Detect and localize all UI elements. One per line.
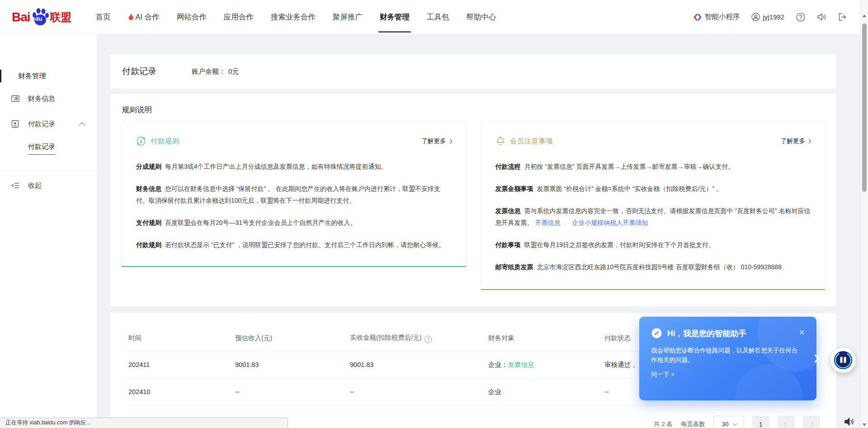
payment-rules-title: 付款规则 (151, 137, 179, 146)
compass-icon (651, 328, 662, 339)
chevron-left-icon (783, 422, 788, 427)
nav-item-help-center[interactable]: 帮助中心 (458, 0, 505, 34)
coin-icon (136, 136, 146, 146)
assistant-robot-button[interactable] (830, 347, 856, 373)
chevron-right-icon (448, 139, 452, 143)
top-navigation: Bai du 联盟 首页 AI 合作 网站合作 应用合作 搜索业务合作 聚屏推广… (0, 0, 868, 34)
bell-icon (495, 136, 505, 146)
help-circle-icon[interactable] (796, 13, 805, 22)
rule-paragraph: 分成规则每月第3或4个工作日产出上月分成信息及发票信息，如有特殊情况将提前通知。 (136, 161, 452, 172)
sidebar-group-finance[interactable]: 财务管理 (0, 66, 97, 86)
col-finance-entity: 财务对象 (486, 326, 603, 351)
total-count: 共 2 条 (654, 420, 673, 428)
sidebar-divider (0, 170, 97, 171)
col-time: 时间 (127, 326, 233, 351)
nav-item-toolkit[interactable]: 工具包 (418, 0, 458, 34)
baidu-union-logo[interactable]: Bai du 联盟 (12, 8, 72, 27)
logo-text-union: 联盟 (50, 10, 72, 24)
rule-paragraph: 发票金额事项发票票面 “价税合计” 金额=系统中 “实收金额（扣除税费后/元）”… (495, 183, 811, 195)
sidebar-subitem-payment-records[interactable]: 付款记录 (0, 137, 97, 160)
scrollbar-thumb[interactable] (862, 24, 867, 192)
chevron-up-icon (79, 122, 85, 128)
member-notice-card: 会员注意事项 了解更多 付款流程月初按 “发票信息” 页面开具发票→上传发票→邮… (481, 122, 826, 290)
finance-info-icon (11, 94, 21, 103)
collapse-icon (11, 182, 21, 189)
cell-entity: 企业 (486, 378, 603, 405)
close-icon[interactable]: ✕ (799, 328, 805, 337)
chevron-right-icon (807, 139, 811, 143)
nav-menu: 首页 AI 合作 网站合作 应用合作 搜索业务合作 聚屏推广 财务管理 工具包 … (87, 0, 505, 34)
assistant-popup: Hi，我是您的智能助手 ✕ 我会帮助您诊断合作链路问题，以及解答您关于任何合作相… (639, 317, 816, 400)
account-balance: 账户余额：0元 (192, 67, 239, 76)
rule-paragraph: 支付规则百度联盟会在每月20号—31号支付企业会员上个自然月产生的收入。 (136, 217, 452, 228)
flame-icon (128, 14, 134, 21)
per-page-select[interactable]: 30 (713, 416, 744, 428)
ask-now-link[interactable]: 问一下 > (651, 371, 805, 379)
account-balance-value: 0元 (228, 67, 239, 75)
per-page-label: 每页条数 (681, 420, 705, 428)
nav-item-finance[interactable]: 财务管理 (371, 0, 418, 34)
nav-item-website[interactable]: 网站合作 (168, 0, 215, 34)
member-notice-title: 会员注意事项 (510, 137, 553, 146)
rule-paragraph: 付款事项联盟在每月19日之后签收的发票，付款时间安排在下个月首批支付。 (495, 239, 811, 251)
cell-estimated: 9001.83 (233, 351, 348, 378)
invoice-info-link[interactable]: 开票信息 (535, 219, 560, 226)
user-icon (751, 13, 760, 21)
sidebar-collapse-button[interactable]: 收起 (0, 172, 97, 199)
logo-text-du: du (35, 15, 42, 22)
assistant-title: Hi，我是您的智能助手 (667, 328, 746, 339)
prev-page-button[interactable] (778, 416, 795, 428)
sidebar-item-payment-records[interactable]: 付款记录 (0, 111, 97, 137)
nav-item-ai[interactable]: AI 合作 (119, 0, 168, 34)
member-notice-learn-more[interactable]: 了解更多 (781, 137, 811, 145)
miniapp-diamond-icon (693, 13, 702, 21)
chevron-right-icon (809, 422, 814, 427)
page-title: 付款记录 (122, 66, 156, 77)
rules-section-title: 规则说明 (122, 105, 826, 115)
robot-icon (833, 350, 854, 371)
vertical-scrollbar[interactable] (860, 0, 868, 428)
nav-item-app[interactable]: 应用合作 (215, 0, 262, 34)
user-account[interactable]: jyj1992 (751, 13, 784, 21)
sound-icon[interactable] (817, 13, 826, 21)
page-header-card: 付款记录 账户余额：0元 (110, 54, 836, 89)
rules-section-card: 规则说明 付款规则 了解更多 (110, 94, 836, 306)
cell-entity: 企业：发票信息 (486, 351, 603, 378)
cell-time: 202410 (127, 378, 233, 405)
logout-icon[interactable] (838, 13, 847, 21)
cell-actual: -- (348, 378, 486, 405)
rule-paragraph: 邮寄纸质发票北京市海淀区西北旺东路10号院百度科技园5号楼 百度联盟财务组（收）… (495, 261, 811, 273)
chevron-down-icon (732, 421, 737, 426)
mute-speaker-icon[interactable] (844, 417, 854, 427)
scroll-down-arrow[interactable] (863, 423, 866, 426)
scroll-up-arrow[interactable] (863, 14, 866, 17)
smart-miniapp-link[interactable]: 智能小程序 (693, 12, 740, 22)
payment-rules-learn-more[interactable]: 了解更多 (422, 137, 452, 145)
sidebar-item-finance-info[interactable]: 财务信息 (0, 86, 97, 111)
nav-item-search-biz[interactable]: 搜索业务合作 (262, 0, 324, 34)
browser-status-bar: 正在等待 xlab.baidu.com 的响应... (0, 418, 288, 428)
page-number-button[interactable]: 1 (752, 416, 769, 428)
invoice-info-cell-link[interactable]: 发票信息 (508, 361, 534, 368)
col-estimated-income: 预估收入(元) (233, 326, 348, 351)
cell-estimated: -- (233, 378, 348, 405)
nav-item-screen-promo[interactable]: 聚屏推广 (324, 0, 371, 34)
rule-paragraph: 付款规则若付款状态显示 “已支付” ，说明联盟已安排了您的付款。支付后三个工作日… (136, 239, 452, 251)
logo-text-bai: Bai (12, 10, 30, 24)
help-icon[interactable]: ? (425, 336, 432, 343)
rule-paragraph: 付款流程月初按 “发票信息” 页面开具发票→上传发票→邮寄发票→审核→确认支付。 (495, 161, 811, 172)
payment-records-icon (11, 119, 21, 128)
rule-paragraph: 发票信息需与系统内发票信息内容完全一致，否则无法支付。请根据发票信息页面中 “百… (495, 205, 811, 228)
rule-paragraph: 财务信息您可以在财务信息中选择 “保留付款” 。 在此期间您产生的收入将在账户内… (136, 183, 452, 206)
small-taxpayer-notice-link[interactable]: 企业小规模纳税人开票须知 (572, 219, 648, 226)
assistant-message: 我会帮助您诊断合作链路问题，以及解答您关于任何合作相关的问题。 (651, 346, 800, 365)
payment-rules-card: 付款规则 了解更多 分成规则每月第3或4个工作日产出上月分成信息及发票信息，如有… (121, 122, 467, 267)
sidebar: 财务管理 财务信息 付款记录 付款记录 (0, 34, 97, 428)
nav-item-home[interactable]: 首页 (87, 0, 119, 34)
paw-icon: du (31, 8, 49, 27)
col-actual-amount: 实收金额(扣除税费后/元)? (348, 326, 486, 351)
cell-actual: 9001.83 (348, 351, 486, 378)
next-page-button[interactable] (803, 416, 820, 428)
cell-time: 202411 (127, 351, 233, 378)
